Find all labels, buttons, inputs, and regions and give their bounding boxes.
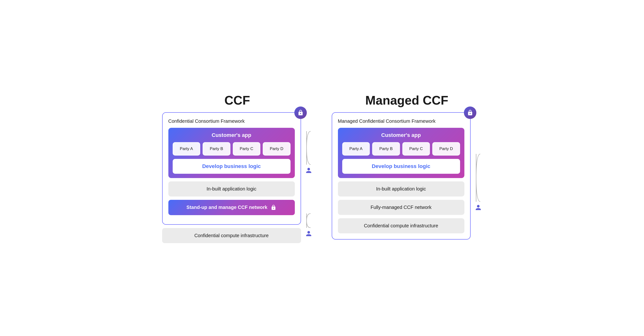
mccf-user-icon <box>474 204 482 211</box>
mccf-party-d: Party D <box>432 142 460 156</box>
ccf-party-b: Party B <box>202 142 230 156</box>
ccf-lock-badge <box>294 106 307 119</box>
mccf-lock-icon <box>467 110 473 116</box>
mccf-outer-label: Managed Confidential Consortium Framewor… <box>338 118 464 124</box>
mccf-diagram-wrapper: Managed Confidential Consortium Framewor… <box>332 112 482 240</box>
ccf-outer-box: Confidential Consortium Framework Custom… <box>162 112 301 225</box>
ccf-confidential-compute: Confidential compute infrastructure <box>162 228 301 243</box>
mccf-outer-box: Managed Confidential Consortium Framewor… <box>332 112 470 240</box>
mccf-develop-logic-text: Develop business logic <box>372 163 430 169</box>
ccf-bottom-bracket-svg <box>306 214 311 228</box>
mccf-title: Managed CCF <box>365 93 448 107</box>
ccf-top-bracket-svg <box>306 131 311 165</box>
ccf-top-user-icon <box>305 167 312 174</box>
ccf-standup-box: Stand-up and manage CCF network <box>168 200 295 215</box>
ccf-develop-logic-box: Develop business logic <box>173 159 290 174</box>
mccf-party-b: Party B <box>372 142 400 156</box>
mccf-develop-logic-box: Develop business logic <box>342 159 460 174</box>
ccf-lock-icon <box>298 110 304 116</box>
ccf-customers-app-title: Customer's app <box>173 132 290 138</box>
ccf-inbuilt-logic: In-built application logic <box>168 181 295 196</box>
ccf-bottom-user-group <box>305 214 312 238</box>
mccf-party-a: Party A <box>342 142 370 156</box>
page-container: CCF Confidential Consortium Framework Cu… <box>154 93 490 243</box>
ccf-bottom-user-icon <box>305 230 312 237</box>
mccf-customers-app-box: Customer's app Party A Party B Party C P… <box>338 128 464 178</box>
ccf-standup-lock-icon <box>271 205 276 210</box>
ccf-develop-logic-text: Develop business logic <box>202 163 261 169</box>
ccf-party-d: Party D <box>263 142 290 156</box>
ccf-party-a: Party A <box>173 142 200 156</box>
mccf-party-c: Party C <box>402 142 430 156</box>
mccf-side-indicators <box>474 140 482 212</box>
ccf-side-indicators <box>305 117 312 238</box>
mccf-fully-managed: Fully-managed CCF network <box>338 200 464 215</box>
mccf-section: Managed CCF Managed Confidential Consort… <box>332 93 482 240</box>
mccf-party-row: Party A Party B Party C Party D <box>342 142 460 156</box>
ccf-title: CCF <box>224 93 250 107</box>
mccf-inbuilt-logic: In-built application logic <box>338 181 464 196</box>
mccf-customers-app-title: Customer's app <box>342 132 460 138</box>
ccf-outer-label: Confidential Consortium Framework <box>168 118 295 124</box>
mccf-lock-badge <box>464 106 476 119</box>
ccf-diagram-wrapper: Confidential Consortium Framework Custom… <box>162 112 312 243</box>
ccf-standup-text: Stand-up and manage CCF network <box>186 205 268 210</box>
ccf-top-user-group <box>305 131 312 175</box>
mccf-bracket-svg <box>476 154 481 202</box>
mccf-confidential-compute: Confidential compute infrastructure <box>338 218 464 233</box>
ccf-party-row: Party A Party B Party C Party D <box>173 142 290 156</box>
ccf-section: CCF Confidential Consortium Framework Cu… <box>162 93 312 243</box>
ccf-customers-app-box: Customer's app Party A Party B Party C P… <box>168 128 295 178</box>
ccf-party-c: Party C <box>233 142 260 156</box>
